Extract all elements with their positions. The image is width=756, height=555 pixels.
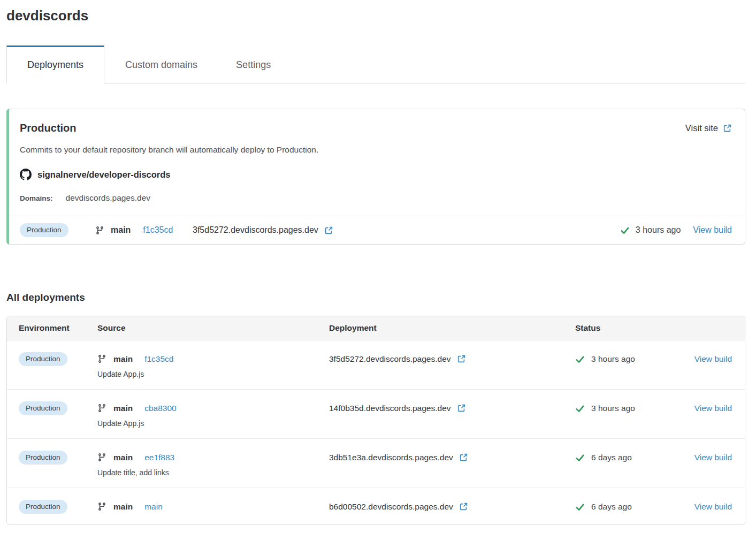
deployment-url-link[interactable]: 3f5d5272.devdiscords.pages.dev bbox=[329, 352, 575, 366]
view-build-link[interactable]: View build bbox=[694, 404, 732, 413]
column-header-deployment: Deployment bbox=[329, 323, 575, 333]
deploy-time: 3 hours ago bbox=[636, 225, 681, 235]
external-link-icon bbox=[723, 124, 732, 133]
commit-message: Update title, add links bbox=[97, 468, 329, 477]
domains-value: devdiscords.pages.dev bbox=[66, 193, 151, 203]
environment-badge: Production bbox=[19, 451, 67, 465]
git-branch-icon bbox=[95, 226, 104, 235]
git-branch-icon bbox=[97, 502, 106, 511]
view-build-link[interactable]: View build bbox=[693, 225, 732, 235]
tab-deployments[interactable]: Deployments bbox=[6, 45, 104, 83]
external-link-icon bbox=[324, 226, 333, 235]
environment-badge: Production bbox=[19, 401, 67, 415]
view-build-link[interactable]: View build bbox=[694, 453, 732, 462]
table-row: Production main ee1f883 Update title, ad… bbox=[7, 438, 745, 488]
table-row: Production main f1c35cd Update App.js 3f… bbox=[7, 340, 745, 389]
tab-custom-domains[interactable]: Custom domains bbox=[108, 45, 215, 83]
external-link-icon bbox=[457, 404, 466, 413]
branch-name: main bbox=[113, 354, 133, 364]
git-branch-icon bbox=[97, 453, 106, 462]
deploy-time: 3 hours ago bbox=[591, 354, 635, 364]
deploy-time: 3 hours ago bbox=[591, 404, 635, 413]
view-build-link[interactable]: View build bbox=[694, 502, 732, 512]
check-icon bbox=[575, 502, 585, 512]
project-tabbar: Deployments Custom domains Settings bbox=[6, 45, 745, 83]
visit-site-link[interactable]: Visit site bbox=[685, 123, 732, 133]
check-icon bbox=[575, 354, 585, 364]
commit-message: Update App.js bbox=[97, 419, 329, 428]
git-branch-icon bbox=[97, 354, 106, 363]
pages-project-page: devdiscords Deployments Custom domains S… bbox=[0, 7, 756, 525]
deployment-url-link[interactable]: 14f0b35d.devdiscords.pages.dev bbox=[329, 401, 575, 415]
branch-name: main bbox=[111, 225, 131, 235]
external-link-icon bbox=[457, 354, 466, 363]
all-deployments-title: All deployments bbox=[6, 292, 745, 303]
deployment-url-link[interactable]: 3f5d5272.devdiscords.pages.dev bbox=[193, 225, 333, 235]
page-title: devdiscords bbox=[6, 7, 745, 24]
table-header-row: Environment Source Deployment Status bbox=[7, 316, 745, 340]
column-header-source: Source bbox=[97, 323, 329, 333]
view-build-link[interactable]: View build bbox=[694, 354, 732, 364]
commit-link[interactable]: ee1f883 bbox=[144, 453, 174, 462]
commit-link[interactable]: main bbox=[144, 502, 163, 512]
check-icon bbox=[575, 404, 585, 413]
check-icon bbox=[575, 453, 585, 462]
production-card-title: Production bbox=[20, 122, 77, 134]
production-description: Commits to your default repository branc… bbox=[20, 145, 732, 155]
deployment-url: 3db51e3a.devdiscords.pages.dev bbox=[329, 453, 453, 462]
deployment-url-link[interactable]: b6d00502.devdiscords.pages.dev bbox=[329, 499, 575, 514]
domains-label: Domains: bbox=[20, 194, 53, 202]
branch-name: main bbox=[113, 502, 133, 512]
commit-link[interactable]: f1c35cd bbox=[143, 225, 173, 235]
check-icon bbox=[620, 225, 630, 235]
deployment-url: 3f5d5272.devdiscords.pages.dev bbox=[329, 354, 451, 364]
table-row: Production main cba8300 Update App.js 14… bbox=[7, 389, 745, 438]
column-header-status: Status bbox=[575, 323, 732, 333]
domains-row: Domains: devdiscords.pages.dev bbox=[20, 193, 732, 203]
deploy-time: 6 days ago bbox=[591, 502, 632, 512]
production-card: Production Visit site Commits to your de… bbox=[6, 109, 745, 245]
deployment-url: b6d00502.devdiscords.pages.dev bbox=[329, 502, 453, 512]
external-link-icon bbox=[459, 502, 468, 511]
github-icon bbox=[20, 169, 32, 180]
repository-name: signalnerve/developer-discords bbox=[37, 170, 171, 180]
production-deployment-row: Production main f1c35cd 3f5d5272.devdisc… bbox=[9, 216, 745, 244]
visit-site-label: Visit site bbox=[685, 123, 718, 133]
external-link-icon bbox=[459, 453, 468, 462]
deployment-url-link[interactable]: 3db51e3a.devdiscords.pages.dev bbox=[329, 450, 575, 465]
table-row: Production main main b6d00502.devdiscord… bbox=[7, 488, 745, 524]
commit-link[interactable]: cba8300 bbox=[144, 404, 176, 413]
deploy-time: 6 days ago bbox=[591, 453, 632, 462]
environment-badge: Production bbox=[20, 223, 68, 237]
tab-settings[interactable]: Settings bbox=[218, 45, 288, 83]
branch-name: main bbox=[113, 404, 133, 413]
environment-badge: Production bbox=[19, 500, 67, 514]
commit-link[interactable]: f1c35cd bbox=[144, 354, 173, 364]
deployment-url: 14f0b35d.devdiscords.pages.dev bbox=[329, 404, 451, 413]
column-header-environment: Environment bbox=[19, 323, 97, 333]
deployment-url: 3f5d5272.devdiscords.pages.dev bbox=[193, 225, 318, 235]
deployments-table: Environment Source Deployment Status Pro… bbox=[6, 316, 745, 525]
environment-badge: Production bbox=[19, 352, 67, 366]
branch-name: main bbox=[113, 453, 133, 462]
repository-link[interactable]: signalnerve/developer-discords bbox=[20, 169, 732, 180]
git-branch-icon bbox=[97, 404, 106, 413]
commit-message: Update App.js bbox=[97, 370, 329, 378]
